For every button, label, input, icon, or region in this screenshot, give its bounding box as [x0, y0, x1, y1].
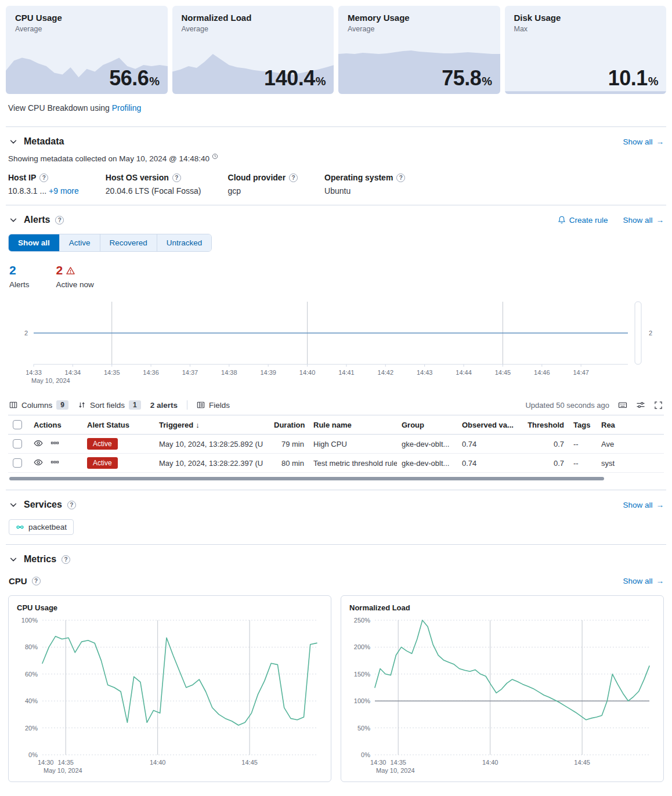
alerts-tab-show-all[interactable]: Show all: [9, 234, 59, 251]
metadata-collapse-button[interactable]: [8, 136, 19, 147]
help-icon[interactable]: ?: [32, 577, 41, 585]
column-header-rule-name[interactable]: Rule name: [309, 415, 397, 435]
alerts-section: Alerts ? Create rule Show all→ Show all …: [6, 205, 666, 480]
svg-text:0%: 0%: [361, 751, 370, 758]
svg-text:14:36: 14:36: [143, 369, 159, 376]
metrics-show-all-link[interactable]: Show all→: [623, 577, 664, 585]
column-header-threshold[interactable]: Threshold: [520, 415, 569, 435]
svg-text:14:47: 14:47: [573, 369, 589, 376]
more-actions-button[interactable]: [50, 458, 59, 468]
profiling-link[interactable]: Profiling: [112, 103, 142, 113]
svg-text:May 10, 2024: May 10, 2024: [376, 767, 415, 774]
cpu-usage-line-chart[interactable]: 0%20%40%60%80%100%14:3014:3514:4014:45Ma…: [17, 614, 323, 777]
keyboard-shortcuts-button[interactable]: [618, 400, 627, 410]
row-checkbox[interactable]: [13, 458, 22, 468]
kpi-card-subtitle: Average: [15, 25, 158, 33]
help-icon[interactable]: ?: [39, 173, 48, 182]
column-header-alert-status[interactable]: Alert Status: [82, 415, 154, 435]
kpi-card-memory-usage[interactable]: Memory Usage Average 75.8%: [338, 6, 500, 94]
services-collapse-button[interactable]: [8, 500, 19, 510]
sort-icon: [78, 401, 86, 409]
svg-text:0%: 0%: [28, 751, 38, 758]
eye-icon: [34, 458, 43, 467]
metrics-title: Metrics: [24, 554, 56, 565]
svg-text:50%: 50%: [357, 725, 370, 732]
more-actions-button[interactable]: [50, 439, 59, 449]
metrics-section: Metrics ? CPU ? Show all→ CPU Usage 0%20…: [6, 544, 666, 782]
kpi-card-title: Memory Usage: [348, 13, 491, 23]
alerts-active-count: 2: [56, 263, 63, 277]
help-icon[interactable]: ?: [55, 216, 64, 225]
help-icon[interactable]: ?: [172, 173, 181, 182]
view-alert-details-button[interactable]: [34, 439, 43, 450]
alerts-count-block: 2 Alerts: [9, 263, 30, 289]
svg-text:2: 2: [24, 330, 28, 337]
metadata-collected-text: Showing metadata collected on May 10, 20…: [8, 154, 218, 163]
alerts-collapse-button[interactable]: [8, 215, 19, 225]
help-icon[interactable]: ?: [62, 555, 70, 564]
normalized-load-line-chart[interactable]: 0%50%100%150%200%250%14:3014:3514:4014:4…: [349, 614, 655, 777]
kpi-card-value: 140.4%: [264, 66, 326, 91]
kpi-card-disk-usage[interactable]: Disk Usage Max 10.1%: [505, 6, 667, 94]
fullscreen-button[interactable]: [654, 401, 663, 410]
column-header-tags[interactable]: Tags: [569, 415, 597, 435]
help-icon[interactable]: ?: [67, 501, 76, 509]
svg-text:14:39: 14:39: [260, 369, 276, 376]
alerts-tab-untracked[interactable]: Untracked: [157, 234, 212, 251]
services-show-all-link[interactable]: Show all→: [623, 501, 664, 509]
metrics-collapse-button[interactable]: [8, 554, 19, 565]
arrow-right-icon: →: [656, 501, 664, 509]
clock-icon: [212, 153, 218, 160]
alert-reason: Ave: [597, 435, 664, 454]
alerts-show-all-link[interactable]: Show all→: [623, 216, 664, 225]
help-icon[interactable]: ?: [289, 173, 298, 182]
alerts-table-toolbar: Columns 9 Sort fields 1 2 alerts Fields …: [8, 398, 664, 415]
alerts-tab-recovered[interactable]: Recovered: [100, 234, 157, 251]
host-ip-more-link[interactable]: +9 more: [49, 186, 79, 196]
kpi-card-cpu-usage[interactable]: CPU Usage Average 56.6%: [6, 6, 168, 94]
chevron-down-icon: [9, 138, 17, 146]
svg-text:14:46: 14:46: [534, 369, 550, 376]
svg-text:May 10, 2024: May 10, 2024: [44, 767, 82, 774]
chevron-down-icon: [9, 216, 17, 224]
alerts-active-block: 2 Active now: [56, 263, 94, 289]
create-rule-link[interactable]: Create rule: [558, 216, 608, 225]
svg-text:14:33: 14:33: [26, 369, 42, 376]
alert-reason: syst: [597, 454, 664, 473]
alerts-filter-tabs: Show all Active Recovered Untracked: [8, 234, 212, 252]
scrollbar-thumb[interactable]: [9, 477, 604, 480]
row-checkbox[interactable]: [13, 439, 22, 448]
alerts-timeline-chart[interactable]: 2214:3314:3414:3514:3614:3714:3814:3914:…: [8, 298, 664, 390]
columns-icon: [9, 401, 17, 409]
kpi-card-value: 56.6%: [109, 66, 159, 91]
svg-text:14:45: 14:45: [241, 759, 258, 766]
columns-button[interactable]: Columns 9: [9, 400, 68, 410]
columns-count-badge: 9: [56, 400, 68, 410]
column-header-reason[interactable]: Rea: [597, 415, 664, 435]
service-chip-packetbeat[interactable]: packetbeat: [9, 519, 74, 535]
column-header-observed-value[interactable]: Observed va...: [457, 415, 520, 435]
svg-text:14:40: 14:40: [482, 759, 498, 766]
alert-threshold: 0.7: [520, 435, 569, 454]
select-all-checkbox[interactable]: [13, 420, 22, 429]
fields-button[interactable]: Fields: [197, 401, 230, 410]
column-header-triggered[interactable]: Triggered↓: [154, 415, 269, 435]
metadata-field-host-ip: Host IP? 10.8.3.1 ... +9 more: [8, 173, 79, 196]
view-alert-details-button[interactable]: [34, 458, 43, 469]
column-header-group[interactable]: Group: [397, 415, 457, 435]
metadata-field-cloud-provider: Cloud provider? gcp: [228, 173, 298, 196]
kpi-card-subtitle: Max: [514, 25, 657, 33]
boxes-horizontal-icon: [50, 458, 59, 466]
metadata-show-all-link[interactable]: Show all→: [623, 138, 664, 146]
eye-icon: [34, 439, 43, 448]
services-title: Services: [24, 500, 62, 510]
metric-panels: CPU Usage 0%20%40%60%80%100%14:3014:3514…: [8, 595, 664, 782]
display-options-button[interactable]: [636, 400, 645, 410]
kpi-card-title: Normalized Load: [182, 13, 325, 23]
column-header-duration[interactable]: Duration: [269, 415, 309, 435]
help-icon[interactable]: ?: [396, 173, 405, 182]
alerts-tab-active[interactable]: Active: [59, 234, 100, 251]
table-horizontal-scrollbar[interactable]: [9, 477, 663, 480]
kpi-card-normalized-load[interactable]: Normalized Load Average 140.4%: [172, 6, 334, 94]
sort-fields-button[interactable]: Sort fields 1: [78, 400, 141, 410]
